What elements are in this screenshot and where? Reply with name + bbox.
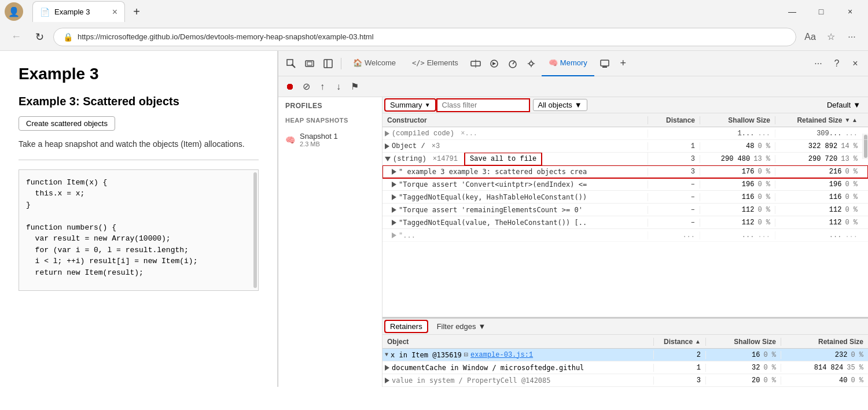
expand-icon[interactable] [385, 378, 389, 383]
rth-shallow: Shallow Size [706, 338, 781, 346]
retainer-object-name: x in Item @135619 [391, 351, 462, 359]
devtools-sidebar-button[interactable] [320, 56, 336, 72]
distance-sort-icon[interactable]: ▲ [695, 338, 701, 345]
constructor-name: "TaggedNotEqual(key, HashTableHoleConsta… [399, 193, 587, 201]
constructor-name: " example 3 example 3: scattered objects… [399, 168, 587, 176]
window-close-button[interactable]: × [837, 0, 863, 23]
retainer-shallow-cell: 320 % [706, 364, 781, 372]
expand-icon[interactable] [392, 194, 396, 200]
table-row[interactable]: " example 3 example 3: scattered objects… [382, 165, 868, 178]
default-arrow: ▼ [853, 101, 860, 109]
minimize-button[interactable]: — [779, 0, 806, 23]
retainer-row[interactable]: ▼ x in Item @135619 ⊟ example-03.js:1 2 … [382, 349, 868, 361]
row-constructor-cell: "TaggedNotEqual(key, HashTableHoleConsta… [382, 193, 648, 201]
constructor-table: Constructor Distance Shallow Size Retain… [382, 113, 868, 318]
tab-elements[interactable]: </> Elements [405, 51, 465, 76]
retainer-object-cell: ▼ x in Item @135619 ⊟ example-03.js:1 [382, 350, 654, 359]
add-panel-button[interactable]: + [615, 56, 631, 72]
collect-garbage-button[interactable]: ⚑ [348, 80, 362, 94]
memory-icon: 🧠 [549, 58, 558, 67]
table-row[interactable]: "TaggedNotEqual(value, TheHoleConstant()… [382, 216, 868, 229]
retainer-source-link[interactable]: example-03.js:1 [470, 351, 533, 359]
row-distance-cell: – [648, 180, 700, 189]
expand-icon[interactable] [392, 182, 396, 187]
refresh-button[interactable]: ↻ [30, 28, 49, 46]
snapshot-item[interactable]: 🧠 Snapshot 1 2.3 MB [278, 128, 382, 151]
create-scattered-objects-button[interactable]: Create scattered objects [19, 116, 115, 131]
default-label: Default [827, 101, 851, 109]
back-button[interactable]: ← [7, 28, 25, 46]
devtools-device-button[interactable] [301, 56, 318, 72]
more-button[interactable]: ··· [843, 28, 861, 46]
network-icon [470, 59, 481, 68]
table-row[interactable]: "TaggedNotEqual(key, HashTableHoleConsta… [382, 191, 868, 204]
table-row[interactable]: "... ... ...... ...... [382, 229, 868, 242]
title-bar: 👤 📄 Example 3 × + — □ × [0, 0, 868, 23]
performance-monitor-btn[interactable] [597, 56, 613, 72]
profiles-header: Profiles [278, 97, 382, 114]
all-objects-dropdown[interactable]: All objects ▼ [533, 99, 587, 111]
favorites-button[interactable]: ☆ [822, 28, 840, 46]
filter-edges-button[interactable]: Filter edges ▼ [432, 321, 491, 332]
expand-icon[interactable] [385, 143, 389, 149]
expand-icon[interactable] [392, 207, 396, 213]
sort-icon[interactable]: ▼ ▲ [844, 117, 858, 123]
default-dropdown[interactable]: Default ▼ [822, 99, 866, 111]
expand-icon[interactable] [392, 169, 396, 175]
network-icon-btn[interactable] [468, 56, 484, 72]
retainer-retained-cell: 400 % [781, 376, 868, 385]
browser-tab-active[interactable]: 📄 Example 3 × [32, 1, 125, 22]
retainer-row[interactable]: documentCache in Window / microsoftedge.… [382, 361, 868, 374]
class-filter-input[interactable] [437, 99, 529, 112]
table-row[interactable]: Object / ×3 1 480 % 322 89214 % [382, 140, 868, 153]
performance-icon-btn[interactable] [505, 56, 521, 72]
summary-dropdown[interactable]: Summary ▼ [385, 99, 436, 111]
more-tools-button[interactable]: ··· [810, 56, 826, 72]
retainer-row[interactable]: value in system / PropertyCell @142085 3… [382, 374, 868, 387]
clear-button[interactable]: ⊘ [299, 80, 313, 94]
tab-memory-label: Memory [560, 58, 587, 67]
url-text: https://microsoftedge.github.io/Demos/de… [78, 32, 374, 41]
retainer-object-copy-icon[interactable]: ⊟ [464, 350, 468, 359]
url-bar[interactable]: 🔒 https://microsoftedge.github.io/Demos/… [53, 28, 796, 46]
code-line-4 [26, 210, 251, 222]
row-retained-cell: 1160 % [775, 193, 862, 201]
table-row[interactable]: "Torque assert 'remainingElementsCount >… [382, 204, 868, 216]
row-distance-cell: – [648, 193, 700, 201]
tab-welcome[interactable]: 🏠 Welcome [346, 51, 403, 76]
expand-icon[interactable] [392, 232, 396, 238]
all-objects-arrow: ▼ [575, 101, 582, 109]
maximize-button[interactable]: □ [808, 0, 834, 23]
table-row[interactable]: "Torque assert 'Convert<uintptr>(endInde… [382, 178, 868, 191]
expand-icon[interactable] [385, 365, 389, 371]
download-button[interactable]: ↓ [332, 80, 345, 94]
retainer-collapse-icon[interactable]: ▼ [385, 352, 388, 358]
code-line-5: function numbers() { [26, 222, 251, 234]
devtools-main: Summary ▼ All objects ▼ Default ▼ [382, 97, 868, 387]
code-scrollbar[interactable] [253, 172, 257, 288]
read-aloud-button[interactable]: Aa [801, 28, 819, 46]
expand-icon[interactable] [385, 157, 391, 161]
row-retained-cell: 322 89214 % [775, 142, 862, 150]
upload-button[interactable]: ↑ [315, 80, 329, 94]
help-button[interactable]: ? [829, 56, 845, 72]
expand-icon[interactable] [392, 220, 396, 226]
svg-rect-12 [601, 60, 609, 66]
settings-icon-btn[interactable] [523, 56, 539, 72]
table-container: Constructor Distance Shallow Size Retain… [382, 113, 868, 387]
retainers-tab[interactable]: Retainers [385, 320, 428, 333]
devtools-inspect-button[interactable] [283, 56, 299, 72]
devtools-close-button[interactable]: × [847, 56, 863, 72]
table-row[interactable]: (compiled code) ×... 1...... 309...... [382, 127, 868, 140]
save-all-tooltip[interactable]: Save all to file [465, 153, 542, 165]
new-tab-button[interactable]: + [127, 2, 146, 21]
record-button[interactable]: ⏺ [283, 80, 297, 94]
table-row[interactable]: (string) ×14791 Save all to file 3 290 4… [382, 153, 868, 165]
constructor-count: ×14791 [429, 155, 458, 163]
expand-icon[interactable] [385, 131, 389, 136]
window-controls: — □ × [779, 0, 863, 23]
sources-icon-btn[interactable] [486, 56, 502, 72]
tab-close-button[interactable]: × [112, 7, 117, 17]
tab-memory[interactable]: 🧠 Memory [542, 51, 594, 76]
code-box: function Item(x) { this.x = x; } functio… [19, 169, 259, 291]
